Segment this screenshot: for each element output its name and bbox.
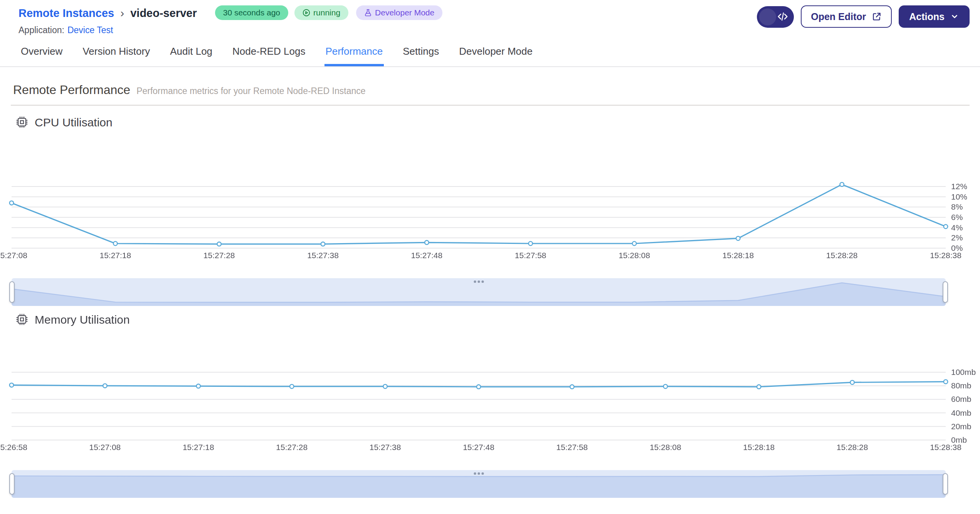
external-link-icon (871, 12, 881, 22)
memory-section: Memory Utilisation 0mb20mb40mb60mb80mb10… (11, 313, 969, 498)
svg-text:15:27:08: 15:27:08 (89, 443, 121, 452)
svg-text:15:27:48: 15:27:48 (463, 443, 494, 452)
svg-text:15:27:38: 15:27:38 (307, 251, 339, 260)
last-seen-badge: 30 seconds ago (215, 6, 288, 20)
svg-text:15:27:28: 15:27:28 (276, 443, 308, 452)
tab-settings[interactable]: Settings (402, 44, 440, 66)
cpu-section-title: CPU Utilisation (15, 116, 969, 129)
svg-text:15:27:18: 15:27:18 (99, 251, 131, 260)
code-icon (777, 11, 788, 22)
svg-text:15:28:18: 15:28:18 (743, 443, 775, 452)
svg-text:10%: 10% (951, 192, 967, 201)
toggle-knob (759, 8, 776, 25)
memory-chart-brush[interactable] (12, 470, 946, 498)
chevron-down-icon (950, 12, 958, 21)
performance-panel: Remote Performance Performance metrics f… (0, 83, 980, 498)
svg-text:40mb: 40mb (951, 408, 972, 417)
brush-grip-dots[interactable] (474, 472, 484, 474)
cpu-chart-brush[interactable] (12, 278, 946, 306)
page-subtitle: Performance metrics for your Remote Node… (136, 86, 365, 96)
svg-text:15:27:18: 15:27:18 (183, 443, 214, 452)
svg-text:15:27:58: 15:27:58 (556, 443, 588, 452)
page-head: Remote Performance Performance metrics f… (13, 83, 969, 97)
status-label: running (313, 9, 340, 17)
open-editor-label: Open Editor (811, 11, 866, 22)
tab-node-red-logs[interactable]: Node-RED Logs (232, 44, 306, 66)
tab-performance[interactable]: Performance (324, 44, 383, 66)
cpu-brush-handle-left[interactable] (9, 281, 15, 303)
actions-button[interactable]: Actions (898, 5, 969, 28)
memory-chip-icon (15, 313, 29, 326)
tab-version-history[interactable]: Version History (82, 44, 151, 66)
svg-text:15:27:38: 15:27:38 (370, 443, 401, 452)
svg-text:80mb: 80mb (951, 381, 972, 390)
svg-text:12%: 12% (951, 182, 967, 191)
svg-text:60mb: 60mb (951, 395, 972, 403)
memory-brush-handle-left[interactable] (9, 473, 15, 495)
instance-page: Remote Instances › video-server 30 secon… (0, 0, 980, 514)
svg-text:15:28:38: 15:28:38 (930, 443, 962, 452)
svg-text:15:27:48: 15:27:48 (411, 251, 442, 260)
instance-header: Remote Instances › video-server 30 secon… (0, 0, 980, 35)
svg-text:2%: 2% (951, 233, 963, 242)
page-title: Remote Performance (13, 83, 130, 97)
svg-text:15:27:58: 15:27:58 (515, 251, 546, 260)
brush-grip-dots[interactable] (474, 281, 484, 282)
cpu-section: CPU Utilisation 0%2%4%6%8%10%12%15:27:08… (11, 116, 969, 306)
svg-text:15:27:28: 15:27:28 (203, 251, 235, 260)
svg-text:100mb: 100mb (951, 368, 976, 376)
svg-text:15:28:08: 15:28:08 (619, 251, 650, 260)
memory-section-label: Memory Utilisation (35, 313, 130, 326)
memory-section-title: Memory Utilisation (15, 313, 969, 326)
tab-audit-log[interactable]: Audit Log (169, 44, 213, 66)
svg-text:15:26:58: 15:26:58 (0, 443, 27, 452)
svg-text:15:28:18: 15:28:18 (722, 251, 754, 260)
tab-developer-mode[interactable]: Developer Mode (458, 44, 533, 66)
cpu-section-label: CPU Utilisation (35, 116, 113, 129)
svg-text:15:28:38: 15:28:38 (930, 251, 962, 260)
open-editor-button[interactable]: Open Editor (801, 5, 891, 28)
breadcrumb-separator-icon: › (120, 6, 124, 19)
breadcrumb-current-instance: video-server (130, 7, 197, 19)
play-circle-icon (302, 8, 310, 17)
svg-text:15:28:08: 15:28:08 (650, 443, 681, 452)
svg-text:15:28:28: 15:28:28 (826, 251, 858, 260)
header-left: Remote Instances › video-server 30 secon… (18, 5, 442, 35)
developer-mode-label: Developer Mode (375, 9, 434, 17)
beaker-icon (363, 8, 372, 17)
status-badge: running (294, 5, 348, 20)
application-link[interactable]: Device Test (67, 25, 113, 35)
developer-mode-badge: Developer Mode (356, 5, 442, 20)
svg-text:6%: 6% (951, 213, 963, 222)
svg-text:20mb: 20mb (951, 422, 972, 431)
application-label: Application: (18, 25, 64, 35)
memory-brush-handle-right[interactable] (943, 473, 948, 495)
breadcrumb-remote-instances[interactable]: Remote Instances (18, 7, 114, 19)
svg-text:8%: 8% (951, 202, 963, 211)
header-actions: Open Editor Actions (757, 5, 969, 28)
svg-text:15:27:08: 15:27:08 (0, 251, 27, 260)
cpu-chart: 0%2%4%6%8%10%12%15:27:0815:27:1815:27:28… (12, 131, 969, 266)
editor-availability-toggle[interactable] (757, 6, 794, 27)
application-row: Application:Device Test (18, 25, 442, 35)
tab-overview[interactable]: Overview (20, 44, 63, 66)
breadcrumb: Remote Instances › video-server 30 secon… (18, 5, 442, 20)
last-seen-label: 30 seconds ago (223, 9, 280, 17)
svg-text:15:28:28: 15:28:28 (837, 443, 868, 452)
actions-label: Actions (909, 11, 945, 22)
divider (11, 105, 969, 106)
memory-chart: 0mb20mb40mb60mb80mb100mb15:26:5815:27:08… (12, 328, 969, 458)
tab-bar: Overview Version History Audit Log Node-… (0, 35, 980, 67)
cpu-brush-handle-right[interactable] (943, 281, 948, 303)
cpu-chip-icon (15, 116, 29, 129)
svg-text:4%: 4% (951, 223, 963, 232)
